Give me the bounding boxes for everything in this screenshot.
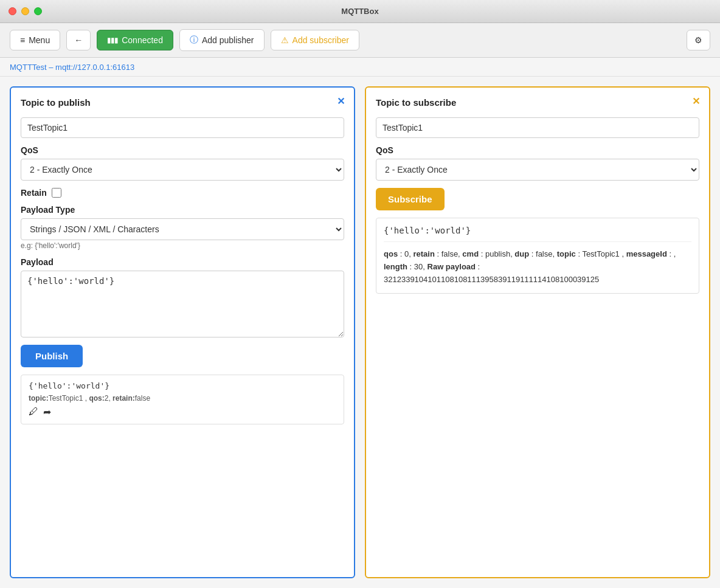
subscribe-panel-title: Topic to subscribe (376, 97, 699, 108)
add-publisher-button[interactable]: ⓘ Add publisher (179, 29, 265, 51)
gear-icon: ⚙ (694, 35, 702, 45)
retain-label: Retain (21, 188, 47, 198)
subscribe-message: {'hello':'world'} qos : 0, retain : fals… (376, 218, 699, 294)
publish-topic-input[interactable] (21, 117, 344, 138)
publish-qos-select[interactable]: 0 - At Most Once 1 - At Least Once 2 - E… (21, 159, 344, 181)
copy-icon[interactable]: 🖊 (29, 406, 38, 418)
publish-result-meta: topic:TestTopic1 , qos:2, retain:false (29, 394, 336, 403)
chart-icon: ▮▮▮ (107, 36, 118, 44)
payload-label: Payload (21, 257, 344, 267)
publish-button[interactable]: Publish (21, 345, 83, 367)
menu-icon: ≡ (20, 35, 25, 45)
connection-text: MQTTTest – mqtt://127.0.0.1:61613 (10, 63, 134, 72)
info-icon: ⓘ (190, 35, 198, 46)
settings-button[interactable]: ⚙ (687, 30, 710, 50)
publish-result: {'hello':'world'} topic:TestTopic1 , qos… (21, 375, 344, 424)
connection-bar: MQTTTest – mqtt://127.0.0.1:61613 (0, 58, 720, 77)
payload-group: Payload {'hello':'world'} (21, 257, 344, 337)
add-publisher-label: Add publisher (202, 35, 254, 45)
minimize-window-button[interactable] (21, 7, 29, 15)
toolbar: ≡ Menu ← ▮▮▮ Connected ⓘ Add publisher ⚠… (0, 23, 720, 58)
subscribe-qos-group: QoS 0 - At Most Once 1 - At Least Once 2… (376, 145, 699, 181)
menu-label: Menu (29, 35, 50, 45)
warning-icon: ⚠ (281, 35, 289, 45)
window-title: MQTTBox (341, 7, 378, 16)
subscribe-qos-label: QoS (376, 145, 699, 155)
retain-row: Retain (21, 188, 344, 198)
subscribe-panel: ✕ Topic to subscribe QoS 0 - At Most Onc… (365, 86, 710, 578)
payload-type-select[interactable]: Strings / JSON / XML / Characters Intege… (21, 218, 344, 240)
close-window-button[interactable] (9, 7, 16, 15)
add-subscriber-label: Add subscriber (292, 35, 349, 45)
close-publish-panel-button[interactable]: ✕ (334, 95, 347, 107)
publish-result-payload: {'hello':'world'} (29, 381, 336, 390)
app-window: ≡ Menu ← ▮▮▮ Connected ⓘ Add publisher ⚠… (0, 23, 720, 588)
payload-type-group: Payload Type Strings / JSON / XML / Char… (21, 205, 344, 250)
subscribe-button[interactable]: Subscribe (376, 188, 445, 210)
connected-label: Connected (122, 35, 163, 45)
title-bar: MQTTBox (0, 0, 720, 23)
publish-qos-group: QoS 0 - At Most Once 1 - At Least Once 2… (21, 145, 344, 181)
window-controls[interactable] (9, 7, 42, 15)
subscribe-topic-input[interactable] (376, 117, 699, 138)
menu-button[interactable]: ≡ Menu (10, 30, 60, 50)
subscribe-received-payload: {'hello':'world'} (384, 226, 691, 242)
back-icon: ← (74, 35, 83, 45)
subscribe-topic-group (376, 117, 699, 138)
connected-button[interactable]: ▮▮▮ Connected (97, 30, 173, 50)
subscribe-received-meta: qos : 0, retain : false, cmd : publish, … (384, 248, 691, 286)
subscribe-qos-select[interactable]: 0 - At Most Once 1 - At Least Once 2 - E… (376, 159, 699, 181)
payload-type-label: Payload Type (21, 205, 344, 215)
share-icon[interactable]: ➦ (43, 406, 51, 418)
back-button[interactable]: ← (66, 30, 91, 50)
publish-panel: ✕ Topic to publish QoS 0 - At Most Once … (10, 86, 355, 578)
payload-hint: e.g: {'hello':'world'} (21, 241, 344, 250)
publish-panel-title: Topic to publish (21, 97, 344, 108)
result-meta-text: topic:TestTopic1 , qos:2, retain:false (29, 394, 150, 403)
maximize-window-button[interactable] (34, 7, 42, 15)
publish-topic-group (21, 117, 344, 138)
publish-result-actions: 🖊 ➦ (29, 406, 336, 418)
close-subscribe-panel-button[interactable]: ✕ (690, 95, 702, 107)
publish-qos-label: QoS (21, 145, 344, 155)
payload-textarea[interactable]: {'hello':'world'} (21, 271, 344, 337)
retain-checkbox[interactable] (52, 188, 61, 198)
panels-container: ✕ Topic to publish QoS 0 - At Most Once … (0, 77, 720, 588)
add-subscriber-button[interactable]: ⚠ Add subscriber (271, 30, 359, 50)
